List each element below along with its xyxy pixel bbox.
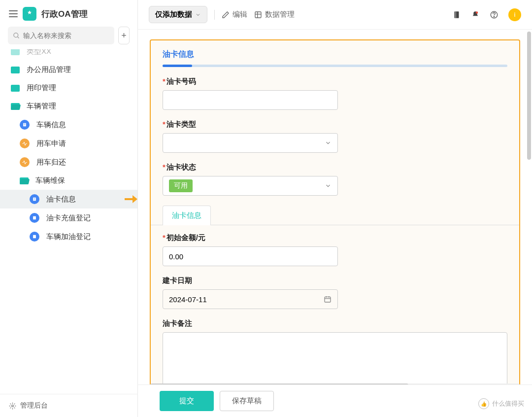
- sidebar: 行政OA管理 + 类型XX 办公用品管理 用印管理 车辆管理 车辆信息 用车申请…: [0, 0, 138, 417]
- card-no-input[interactable]: [163, 90, 338, 110]
- doc-icon: [30, 232, 39, 242]
- svg-point-0: [14, 33, 18, 37]
- topbar-right: i: [452, 8, 521, 21]
- svg-rect-7: [33, 199, 35, 200]
- svg-line-1: [17, 36, 19, 38]
- svg-rect-4: [24, 125, 25, 125]
- folder-icon: [11, 85, 20, 92]
- watermark: 👍 什么值得买: [478, 398, 524, 409]
- tree-item[interactable]: 用车归还: [0, 153, 137, 172]
- tree-item[interactable]: 用印管理: [0, 79, 137, 97]
- svg-rect-16: [456, 11, 456, 18]
- svg-rect-20: [325, 297, 331, 302]
- folder-icon: [11, 67, 20, 73]
- folder-icon: [11, 49, 20, 55]
- tree-item[interactable]: 油卡充值登记: [0, 208, 137, 227]
- svg-rect-12: [255, 12, 261, 18]
- doc-icon: [20, 120, 30, 130]
- section-header: 油卡信息: [151, 40, 519, 65]
- footer-bar: 提交 保存草稿: [138, 384, 532, 417]
- data-manage-link[interactable]: 数据管理: [254, 10, 295, 19]
- field-initial-amount: *初始金额/元: [163, 233, 507, 266]
- tree-item[interactable]: 车辆信息: [0, 115, 137, 134]
- search-box[interactable]: [8, 27, 114, 44]
- gear-icon: [9, 402, 16, 410]
- avatar[interactable]: i: [508, 8, 521, 21]
- bell-icon[interactable]: [471, 10, 480, 19]
- grid-icon: [254, 11, 262, 19]
- search-row: +: [0, 27, 137, 49]
- brand-row: 行政OA管理: [0, 0, 137, 27]
- tree-item[interactable]: 车辆加油登记: [0, 227, 137, 246]
- tree-item[interactable]: 车辆维保: [0, 172, 137, 190]
- tab-section: 油卡信息: [163, 206, 507, 225]
- tree-item[interactable]: 办公用品管理: [0, 61, 137, 79]
- manage-backend-link[interactable]: 管理后台: [0, 394, 137, 417]
- chevron-down-icon: [325, 139, 332, 146]
- chevron-down-icon: [325, 182, 332, 189]
- field-card-status: *油卡状态 可用: [163, 163, 507, 196]
- mode-dropdown[interactable]: 仅添加数据: [149, 6, 207, 23]
- search-input[interactable]: [23, 32, 109, 39]
- field-card-no: *油卡号码: [163, 77, 507, 110]
- tree-item-active[interactable]: 油卡信息: [0, 190, 137, 208]
- initial-amount-input[interactable]: [163, 246, 338, 266]
- doc-icon: [30, 194, 39, 204]
- pencil-icon: [222, 11, 230, 19]
- nav-tree: 类型XX 办公用品管理 用印管理 车辆管理 车辆信息 用车申请 用车归还 车辆维…: [0, 49, 137, 394]
- save-draft-button[interactable]: 保存草稿: [220, 391, 274, 411]
- tab-oil-card-info[interactable]: 油卡信息: [163, 206, 211, 225]
- help-icon[interactable]: [490, 10, 499, 19]
- svg-point-19: [494, 16, 495, 17]
- tree-item[interactable]: 车辆管理: [0, 97, 137, 115]
- card-status-select[interactable]: 可用: [163, 176, 338, 196]
- card-type-select[interactable]: [163, 133, 338, 153]
- topbar: 仅添加数据 编辑 数据管理 i: [138, 0, 532, 30]
- doc-icon: [30, 213, 39, 223]
- calendar-icon: [324, 295, 332, 303]
- folder-open-icon: [11, 103, 20, 110]
- svg-rect-6: [33, 198, 35, 199]
- create-date-input[interactable]: 2024-07-11: [163, 289, 338, 309]
- edit-link[interactable]: 编辑: [222, 10, 247, 19]
- chevron-down-icon: [195, 12, 201, 18]
- brand-title: 行政OA管理: [41, 8, 88, 20]
- tree-item[interactable]: 用车申请: [0, 134, 137, 153]
- field-card-type: *油卡类型: [163, 120, 507, 153]
- process-icon: [20, 157, 30, 167]
- search-icon: [13, 32, 20, 39]
- content: 油卡信息 *油卡号码 *油卡类型 *油卡状态: [138, 30, 532, 417]
- field-create-date: 建卡日期 2024-07-11: [163, 276, 507, 309]
- svg-point-11: [12, 405, 14, 407]
- progress-bar: [163, 65, 507, 67]
- submit-button[interactable]: 提交: [160, 391, 214, 411]
- status-tag: 可用: [169, 179, 193, 192]
- main: 仅添加数据 编辑 数据管理 i 油卡信息: [138, 0, 532, 417]
- folder-open-icon: [20, 177, 29, 184]
- book-icon[interactable]: [452, 10, 461, 19]
- svg-rect-15: [455, 11, 459, 18]
- add-button[interactable]: +: [118, 27, 130, 44]
- brand-logo: [23, 7, 36, 21]
- vertical-scrollbar[interactable]: [527, 32, 531, 387]
- svg-rect-3: [24, 124, 25, 124]
- arrow-right-icon: [124, 194, 137, 205]
- menu-icon[interactable]: [9, 10, 18, 17]
- process-icon: [20, 139, 30, 148]
- svg-point-17: [476, 11, 478, 14]
- svg-rect-9: [33, 216, 36, 220]
- form-body: *油卡号码 *油卡类型 *油卡状态 可用: [151, 67, 519, 399]
- thumb-icon: 👍: [478, 398, 489, 409]
- form-card: 油卡信息 *油卡号码 *油卡类型 *油卡状态: [150, 39, 520, 399]
- svg-rect-10: [33, 235, 36, 239]
- tree-item[interactable]: 类型XX: [0, 49, 137, 61]
